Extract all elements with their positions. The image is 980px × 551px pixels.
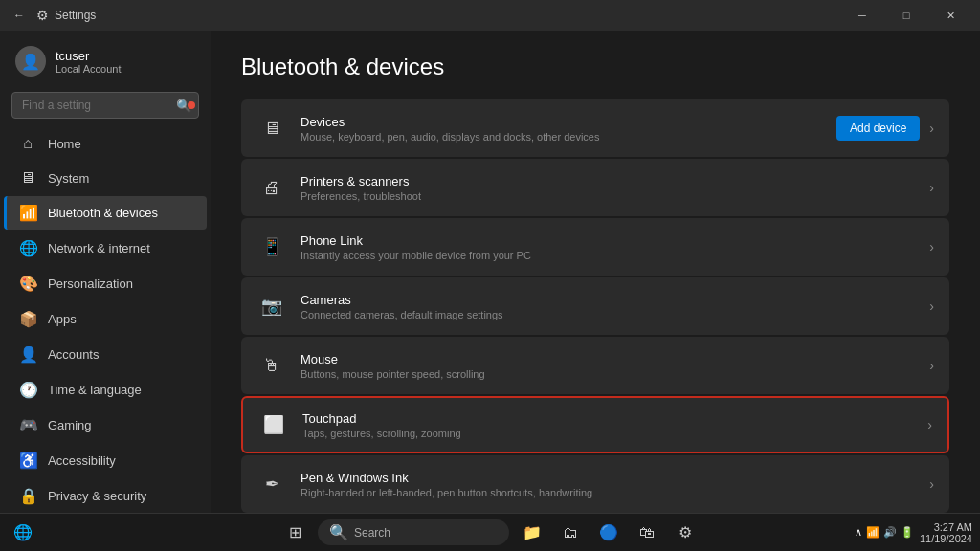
cameras-row[interactable]: 📷 Cameras Connected cameras, default ima… <box>241 277 949 335</box>
phone-action: › <box>929 239 934 254</box>
mouse-action: › <box>929 358 934 373</box>
avatar: 👤 <box>15 46 46 77</box>
sidebar-profile[interactable]: 👤 tcuser Local Account <box>0 38 211 92</box>
gaming-icon: 🎮 <box>19 416 36 434</box>
sidebar-item-home[interactable]: ⌂ Home <box>4 127 207 160</box>
sidebar-item-personalization[interactable]: 🎨 Personalization <box>4 267 207 300</box>
file-manager-icon[interactable]: 🗂 <box>555 518 586 548</box>
sidebar-item-apps[interactable]: 📦 Apps <box>4 302 207 336</box>
search-icon: 🔍 <box>329 523 348 541</box>
home-icon: ⌂ <box>19 135 36 152</box>
printers-icon: 🖨 <box>256 172 287 203</box>
notification-dot <box>188 101 195 109</box>
close-button[interactable]: ✕ <box>928 0 972 31</box>
edge-browser-icon[interactable]: 🔵 <box>593 518 624 548</box>
cameras-action: › <box>929 298 934 314</box>
profile-name: tcuser <box>56 49 122 63</box>
chevron-right-icon: › <box>929 180 934 195</box>
touchpad-row[interactable]: ⬜ Touchpad Taps, gestures, scrolling, zo… <box>241 396 949 453</box>
devices-icon: 🖥 <box>256 113 287 143</box>
add-device-button[interactable]: Add device <box>836 116 920 141</box>
printers-title: Printers & scanners <box>301 174 929 188</box>
printers-action: › <box>929 180 934 195</box>
settings-icon: ⚙ <box>36 8 49 23</box>
sidebar-item-apps-label: Apps <box>48 312 77 326</box>
apps-icon: 📦 <box>19 310 36 328</box>
edge-icon[interactable]: 🌐 <box>8 518 38 548</box>
taskbar-search-text: Search <box>354 526 390 540</box>
chevron-right-icon: › <box>929 298 934 314</box>
printers-row[interactable]: 🖨 Printers & scanners Preferences, troub… <box>241 159 949 216</box>
sidebar-item-personalization-label: Personalization <box>48 276 133 291</box>
settings-taskbar-icon[interactable]: ⚙ <box>670 518 701 548</box>
chevron-right-icon: › <box>927 417 932 432</box>
app-container: 👤 tcuser Local Account 🔍 ⌂ Home 🖥 System… <box>0 31 980 513</box>
sidebar-item-privacy[interactable]: 🔒 Privacy & security <box>4 479 207 513</box>
sidebar-item-gaming[interactable]: 🎮 Gaming <box>4 408 207 442</box>
mouse-row[interactable]: 🖱 Mouse Buttons, mouse pointer speed, sc… <box>241 337 949 394</box>
pen-row[interactable]: ✒ Pen & Windows Ink Right-handed or left… <box>241 455 949 513</box>
phone-row[interactable]: 📱 Phone Link Instantly access your mobil… <box>241 218 949 276</box>
network-icon: 🌐 <box>19 239 36 257</box>
main-content: Bluetooth & devices 🖥 Devices Mouse, key… <box>211 31 980 513</box>
sidebar-item-network[interactable]: 🌐 Network & internet <box>4 231 207 265</box>
sidebar-item-system-label: System <box>48 171 89 186</box>
profile-subtitle: Local Account <box>56 63 122 75</box>
minimize-button[interactable]: ─ <box>840 0 884 31</box>
taskbar-search[interactable]: 🔍 Search <box>318 519 509 545</box>
back-button[interactable]: ← <box>8 4 31 27</box>
mouse-subtitle: Buttons, mouse pointer speed, scrolling <box>301 368 929 380</box>
sidebar-item-gaming-label: Gaming <box>48 418 92 432</box>
chevron-up-icon[interactable]: ∧ <box>855 526 862 539</box>
system-icon: 🖥 <box>19 169 36 187</box>
cameras-subtitle: Connected cameras, default image setting… <box>301 309 929 320</box>
sidebar-item-system[interactable]: 🖥 System <box>4 162 207 194</box>
volume-icon[interactable]: 🔊 <box>883 526 897 539</box>
start-button[interactable]: ⊞ <box>279 518 310 548</box>
maximize-button[interactable]: □ <box>884 0 928 31</box>
sidebar-search-container: 🔍 <box>11 92 199 119</box>
store-icon[interactable]: 🛍 <box>632 518 662 548</box>
taskbar-center: ⊞ 🔍 Search 📁 🗂 🔵 🛍 ⚙ <box>279 518 701 548</box>
sidebar-item-time[interactable]: 🕐 Time & language <box>4 373 207 407</box>
devices-action: Add device › <box>836 116 934 141</box>
clock[interactable]: 3:27 AM 11/19/2024 <box>920 521 972 544</box>
time-icon: 🕐 <box>19 381 36 399</box>
taskbar-right: ∧ 📶 🔊 🔋 3:27 AM 11/19/2024 <box>855 521 972 544</box>
taskbar-left: 🌐 <box>8 518 38 548</box>
pen-action: › <box>929 476 934 492</box>
printers-subtitle: Preferences, troubleshoot <box>301 190 929 202</box>
clock-time: 3:27 AM <box>920 521 972 533</box>
accessibility-icon: ♿ <box>19 452 36 470</box>
devices-row[interactable]: 🖥 Devices Mouse, keyboard, pen, audio, d… <box>241 99 949 157</box>
touchpad-action: › <box>927 417 932 432</box>
accounts-icon: 👤 <box>19 345 36 364</box>
mouse-text: Mouse Buttons, mouse pointer speed, scro… <box>301 352 929 380</box>
sidebar-item-privacy-label: Privacy & security <box>48 489 146 503</box>
mouse-title: Mouse <box>301 352 929 366</box>
phone-title: Phone Link <box>301 233 929 248</box>
touchpad-subtitle: Taps, gestures, scrolling, zooming <box>302 428 927 439</box>
window-controls: ─ □ ✕ <box>840 0 972 31</box>
clock-date: 11/19/2024 <box>920 533 972 544</box>
sidebar-item-accounts[interactable]: 👤 Accounts <box>4 338 207 371</box>
sidebar-item-network-label: Network & internet <box>48 241 150 255</box>
chevron-right-icon: › <box>929 476 934 492</box>
sidebar-item-accessibility[interactable]: ♿ Accessibility <box>4 444 207 477</box>
printers-text: Printers & scanners Preferences, trouble… <box>301 174 929 202</box>
pen-text: Pen & Windows Ink Right-handed or left-h… <box>301 471 929 498</box>
titlebar: ← ⚙ Settings ─ □ ✕ <box>0 0 980 31</box>
devices-text: Devices Mouse, keyboard, pen, audio, dis… <box>301 115 836 143</box>
pen-title: Pen & Windows Ink <box>301 471 929 485</box>
cameras-text: Cameras Connected cameras, default image… <box>301 293 929 320</box>
sidebar-item-accessibility-label: Accessibility <box>48 453 116 468</box>
system-tray: ∧ 📶 🔊 🔋 <box>855 526 914 539</box>
sidebar: 👤 tcuser Local Account 🔍 ⌂ Home 🖥 System… <box>0 31 211 513</box>
chevron-right-icon: › <box>929 239 934 254</box>
battery-icon[interactable]: 🔋 <box>901 526 914 539</box>
network-tray-icon[interactable]: 📶 <box>866 526 880 539</box>
search-input[interactable] <box>11 92 199 119</box>
sidebar-item-bluetooth[interactable]: 📶 Bluetooth & devices <box>4 196 207 230</box>
file-explorer-icon[interactable]: 📁 <box>517 518 547 548</box>
cameras-icon: 📷 <box>256 291 287 321</box>
